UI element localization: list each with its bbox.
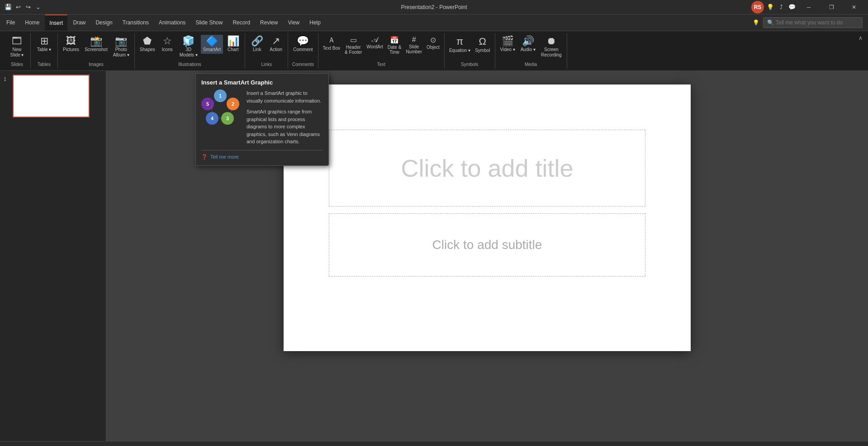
object-button[interactable]: ⊙ Object [425, 35, 441, 51]
slide-number: 1 [4, 76, 11, 82]
tell-me-more-label: Tell me more [210, 154, 239, 160]
audio-button[interactable]: 🔊 Audio ▾ [518, 35, 538, 54]
icons-button[interactable]: ☆ Icons [158, 35, 176, 54]
restore-button[interactable]: ❐ [821, 0, 842, 14]
comment-label: Comment [293, 47, 313, 52]
smartart-button[interactable]: 🔷 SmartArt [201, 35, 223, 54]
symbol-button[interactable]: Ω Symbol [473, 35, 492, 54]
save-icon[interactable]: 💾 [4, 3, 13, 12]
comment-button[interactable]: 💬 Comment [291, 35, 315, 54]
slides-items: 🗔 NewSlide ▾ [8, 33, 26, 61]
slide-subtitle-text: Click to add subtitle [432, 238, 542, 252]
tab-view[interactable]: View [283, 14, 304, 31]
equation-label: Equation ▾ [449, 48, 470, 53]
quick-access-toolbar: 💾 ↩ ↪ ⌄ [4, 3, 43, 12]
search-input[interactable] [776, 19, 857, 26]
header-footer-button[interactable]: ▭ Header& Footer [343, 35, 364, 56]
slides-group-label: Slides [11, 61, 23, 69]
new-slide-button[interactable]: 🗔 NewSlide ▾ [8, 35, 26, 59]
search-ideas-icon[interactable]: 💡 [766, 3, 775, 12]
slide-canvas[interactable]: Click to add title Click to add subtitle [284, 85, 691, 351]
tooltip-text-line2: SmartArt graphics range from graphical l… [247, 108, 323, 146]
minimize-button[interactable]: ─ [798, 0, 819, 14]
tab-draw[interactable]: Draw [68, 14, 90, 31]
tab-design[interactable]: Design [91, 14, 117, 31]
search-box[interactable]: 🔍 [763, 17, 863, 28]
illustrations-items: ⬟ Shapes ☆ Icons 🧊 3DModels ▾ 🔷 SmartArt… [138, 33, 242, 61]
screenshot-label: Screenshot [85, 47, 108, 52]
photo-album-button[interactable]: 📷 PhotoAlbum ▾ [111, 35, 132, 59]
photo-album-icon: 📷 [115, 36, 127, 46]
equation-button[interactable]: π Equation ▾ [447, 35, 472, 54]
video-icon: 🎬 [502, 36, 514, 46]
date-time-icon: 📅 [390, 36, 399, 44]
ribbon-body: 🗔 NewSlide ▾ Slides ⊞ Table ▾ Tables 🖼 P [0, 31, 868, 71]
smartart-diagram: 1 2 3 4 5 [201, 89, 242, 130]
share-icon[interactable]: ⤴ [777, 3, 786, 12]
action-button[interactable]: ↗ Action [267, 35, 285, 54]
slide-number-icon: # [412, 36, 416, 44]
illustrations-group-label: Illustrations [178, 61, 201, 69]
ribbon-group-symbols: π Equation ▾ Ω Symbol Symbols [445, 33, 495, 69]
notes-bar[interactable]: Click to add notes [0, 441, 868, 446]
slide-number-label: SlideNumber [406, 44, 422, 54]
ribbon-group-slides: 🗔 NewSlide ▾ Slides [4, 33, 31, 69]
slide-subtitle-area[interactable]: Click to add subtitle [329, 213, 645, 277]
tab-file[interactable]: File [2, 14, 19, 31]
redo-icon[interactable]: ↪ [24, 3, 33, 12]
customize-icon[interactable]: ⌄ [33, 3, 43, 12]
wordart-button[interactable]: 𝒜 WordArt [365, 35, 385, 50]
date-time-button[interactable]: 📅 Date &Time [386, 35, 403, 56]
symbol-label: Symbol [475, 48, 490, 53]
smartart-icon: 🔷 [206, 36, 218, 46]
pictures-icon: 🖼 [66, 36, 76, 46]
table-label: Table ▾ [37, 47, 52, 52]
tab-home[interactable]: Home [20, 14, 44, 31]
tab-record[interactable]: Record [228, 14, 255, 31]
tooltip-title: Insert a SmartArt Graphic [201, 79, 323, 86]
tooltip-image: 1 2 3 4 5 [201, 89, 242, 130]
slide-panel: 1 [0, 71, 106, 441]
text-box-button[interactable]: Ａ Text Box [321, 35, 342, 52]
links-items: 🔗 Link ↗ Action [248, 33, 285, 61]
slide-number-button[interactable]: # SlideNumber [404, 35, 424, 55]
header-footer-label: Header& Footer [345, 45, 362, 55]
tab-help[interactable]: Help [305, 14, 325, 31]
slide-title-area[interactable]: Click to add title [329, 130, 645, 207]
tooltip-tell-me-more[interactable]: ❓ Tell me more [201, 150, 323, 160]
link-button[interactable]: 🔗 Link [248, 35, 266, 54]
ribbon-tabs-container: File Home Insert Draw Design Transitions… [0, 14, 868, 31]
screen-recording-button[interactable]: ⏺ ScreenRecording [539, 35, 564, 59]
screenshot-button[interactable]: 📸 Screenshot [82, 35, 110, 54]
ribbon-collapse-button[interactable]: ∧ [857, 33, 864, 43]
tab-animations[interactable]: Animations [154, 14, 190, 31]
shapes-button[interactable]: ⬟ Shapes [138, 35, 157, 54]
svg-point-0 [212, 99, 232, 118]
ribbon-group-images: 🖼 Pictures 📸 Screenshot 📷 PhotoAlbum ▾ I… [58, 33, 135, 69]
table-button[interactable]: ⊞ Table ▾ [35, 35, 54, 54]
audio-icon: 🔊 [522, 36, 534, 46]
app-body: 1 Click to add title Click to add subtit… [0, 71, 868, 441]
tooltip-text-line1: Insert a SmartArt graphic to visually co… [247, 89, 323, 104]
tab-insert[interactable]: Insert [45, 14, 67, 31]
action-icon: ↗ [272, 36, 280, 46]
tab-review[interactable]: Review [256, 14, 282, 31]
photo-album-label: PhotoAlbum ▾ [113, 47, 129, 58]
close-button[interactable]: ✕ [844, 0, 864, 14]
media-items: 🎬 Video ▾ 🔊 Audio ▾ ⏺ ScreenRecording [498, 33, 564, 61]
chart-label: Chart [228, 47, 238, 52]
slide-thumbnail[interactable] [13, 75, 90, 117]
tab-transitions[interactable]: Transitions [118, 14, 153, 31]
screen-recording-label: ScreenRecording [541, 47, 562, 58]
comments-icon[interactable]: 💬 [787, 3, 797, 12]
video-button[interactable]: 🎬 Video ▾ [498, 35, 517, 54]
comments-items: 💬 Comment [291, 33, 315, 61]
3d-models-button[interactable]: 🧊 3DModels ▾ [177, 35, 200, 59]
pictures-button[interactable]: 🖼 Pictures [61, 35, 81, 54]
tables-group-label: Tables [38, 61, 51, 69]
undo-icon[interactable]: ↩ [14, 3, 23, 12]
tab-slideshow[interactable]: Slide Show [191, 14, 227, 31]
avatar[interactable]: RS [751, 1, 764, 14]
chart-button[interactable]: 📊 Chart [224, 35, 242, 54]
images-group-label: Images [89, 61, 104, 69]
